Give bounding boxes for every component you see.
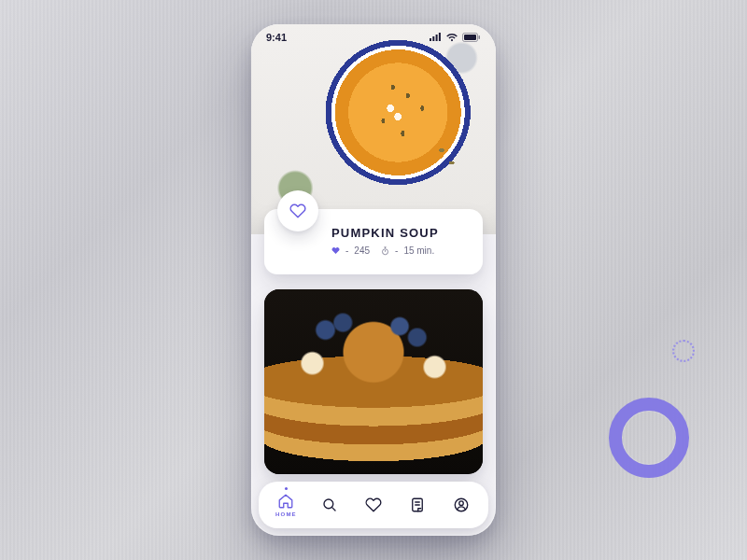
heart-outline-icon bbox=[365, 497, 382, 513]
recipe-book-icon bbox=[409, 497, 426, 513]
french-toast-illustration bbox=[264, 289, 483, 474]
phone-frame: 9:41 PUMPKIN SOUP - 245 - 15 min. bbox=[251, 24, 496, 536]
nav-active-dot bbox=[285, 487, 288, 490]
likes-count: 245 bbox=[354, 245, 370, 256]
wifi-icon bbox=[445, 33, 458, 42]
profile-icon bbox=[453, 497, 470, 513]
nav-favorites[interactable] bbox=[352, 482, 396, 528]
recipe-info-card[interactable]: PUMPKIN SOUP - 245 - 15 min. bbox=[264, 209, 483, 274]
status-time: 9:41 bbox=[266, 32, 287, 43]
time-prefix: - bbox=[395, 245, 398, 256]
recipe-meta: - 245 - 15 min. bbox=[331, 245, 468, 256]
svg-rect-1 bbox=[464, 35, 476, 40]
recipe-title: PUMPKIN SOUP bbox=[331, 226, 468, 240]
timer-icon bbox=[381, 246, 389, 256]
likes-prefix: - bbox=[345, 245, 348, 256]
battery-icon bbox=[462, 33, 481, 42]
nav-home-label: HOME bbox=[275, 511, 297, 517]
decorative-ring-large bbox=[609, 398, 689, 478]
heart-icon bbox=[289, 203, 306, 219]
favorite-button[interactable] bbox=[277, 190, 318, 231]
nav-home[interactable]: HOME bbox=[264, 482, 308, 528]
nav-search[interactable] bbox=[308, 482, 352, 528]
home-icon bbox=[277, 493, 294, 510]
nav-recipes[interactable] bbox=[395, 482, 439, 528]
search-icon bbox=[321, 497, 338, 513]
svg-rect-2 bbox=[479, 35, 481, 39]
svg-point-7 bbox=[458, 501, 463, 506]
status-icons bbox=[429, 33, 481, 42]
decorative-ring-small bbox=[672, 340, 695, 362]
heart-small-icon bbox=[331, 246, 340, 255]
screen: PUMPKIN SOUP - 245 - 15 min. HOME bbox=[251, 24, 496, 536]
nav-profile[interactable] bbox=[439, 482, 483, 528]
status-bar: 9:41 bbox=[251, 24, 496, 50]
recipe-image-french-toast[interactable] bbox=[264, 289, 483, 474]
bottom-nav: HOME bbox=[259, 482, 488, 528]
cook-time: 15 min. bbox=[403, 245, 434, 256]
signal-icon bbox=[429, 33, 442, 42]
